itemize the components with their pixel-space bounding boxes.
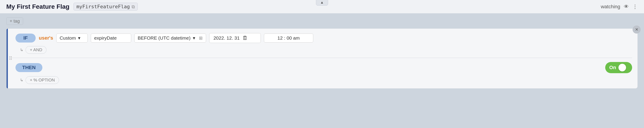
- toggle-circle: [618, 64, 626, 71]
- close-icon: ✕: [635, 27, 638, 32]
- and-arrow-icon: ↳: [20, 47, 23, 52]
- more-menu-icon[interactable]: ⋮: [632, 3, 638, 10]
- and-row: ↳ + AND: [16, 46, 632, 54]
- option-arrow-icon: ↳: [20, 78, 23, 83]
- date-value: 2022. 12. 31: [214, 35, 240, 41]
- toggle-on-button[interactable]: On: [605, 62, 632, 73]
- expiry-date-field[interactable]: expiryDate: [91, 34, 131, 42]
- eye-icon[interactable]: 👁: [624, 4, 629, 10]
- flag-code-text: myFirstFeatureFlag: [76, 4, 130, 9]
- drag-handle-icon[interactable]: ⠿: [9, 56, 12, 62]
- copy-icon[interactable]: ⧉: [132, 4, 135, 9]
- rule-divider: [12, 58, 632, 58]
- date-picker[interactable]: 2022. 12. 31 🗓: [209, 33, 261, 43]
- add-option-button[interactable]: + % OPTION: [26, 76, 59, 84]
- add-tag-button[interactable]: + tag: [6, 17, 23, 25]
- rule-accent: [6, 29, 8, 88]
- if-badge: IF: [16, 34, 36, 42]
- close-rule-button[interactable]: ✕: [632, 25, 641, 34]
- collapse-icon: ▲: [320, 0, 324, 4]
- if-row: IF user's Custom ▾ expiryDate BEFORE (UT…: [12, 33, 632, 43]
- custom-select-value: Custom: [60, 35, 76, 41]
- watching-label: watching: [601, 4, 620, 10]
- before-select-value: BEFORE (UTC datetime): [138, 35, 190, 41]
- custom-select[interactable]: Custom ▾: [56, 34, 88, 42]
- before-select-grid-icon: ⊞: [199, 35, 203, 41]
- option-row: ↳ + % OPTION: [16, 76, 632, 84]
- flag-code-badge: myFirstFeatureFlag ⧉: [74, 3, 138, 10]
- top-bar-right: watching 👁 ⋮: [601, 3, 638, 10]
- top-bar: ▲ My First Feature Flag myFirstFeatureFl…: [0, 0, 644, 13]
- before-select-arrow: ▾: [193, 35, 195, 41]
- users-label: user's: [39, 35, 53, 41]
- then-badge: THEN: [16, 63, 42, 72]
- collapse-button[interactable]: ▲: [316, 0, 328, 5]
- rule-card: ✕ ⠿ IF user's Custom ▾ expiryDate BEFORE…: [6, 28, 638, 89]
- time-field[interactable]: 12 : 00 am: [264, 34, 313, 42]
- add-and-button[interactable]: + AND: [26, 46, 46, 54]
- then-row: THEN On: [12, 62, 632, 73]
- content-area: + tag ✕ ⠿ IF user's Custom ▾ expiryDate …: [0, 13, 644, 128]
- custom-select-arrow: ▾: [78, 35, 80, 41]
- before-select[interactable]: BEFORE (UTC datetime) ▾ ⊞: [134, 34, 206, 42]
- page-title: My First Feature Flag: [6, 3, 70, 10]
- toggle-label: On: [609, 65, 616, 71]
- calendar-icon: 🗓: [242, 35, 248, 41]
